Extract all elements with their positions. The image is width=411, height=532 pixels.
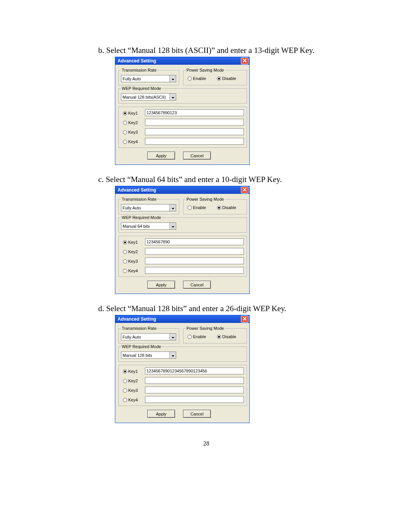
key2-label: Key2 — [128, 379, 138, 383]
power-saving-label: Power Saving Mode — [186, 326, 225, 331]
wep-mode-dropdown[interactable]: Manual 128 bits(ASCII) — [121, 93, 176, 101]
key2-label: Key2 — [128, 120, 138, 125]
key4-input[interactable] — [145, 396, 244, 403]
key2-input[interactable] — [145, 377, 244, 384]
power-enable-radio[interactable]: Enable — [188, 76, 206, 81]
power-disable-radio[interactable]: Disable — [217, 76, 236, 81]
key3-label: Key3 — [128, 388, 138, 393]
radio-icon — [188, 335, 192, 339]
key3-input[interactable] — [145, 128, 244, 135]
key3-radio[interactable]: Key3 — [123, 388, 138, 393]
radio-icon — [123, 379, 127, 383]
chevron-down-icon — [172, 224, 174, 228]
close-icon — [243, 188, 247, 192]
key2-radio[interactable]: Key2 — [123, 120, 138, 125]
titlebar[interactable]: Advanced Setting — [115, 57, 249, 65]
close-button[interactable] — [241, 316, 249, 323]
key4-input[interactable] — [145, 138, 244, 145]
radio-icon — [123, 259, 127, 264]
key1-input[interactable]: 1234567890 — [145, 238, 244, 245]
radio-icon — [217, 77, 221, 81]
close-button[interactable] — [241, 58, 249, 64]
dropdown-button[interactable] — [169, 223, 176, 229]
advanced-setting-dialog-b: Advanced Setting Transmission Rate Fully… — [115, 57, 250, 165]
power-enable-radio[interactable]: Enable — [188, 205, 206, 210]
key3-input[interactable] — [145, 387, 244, 393]
wep-mode-dropdown[interactable]: Manual 64 bits — [121, 222, 176, 230]
chevron-down-icon — [172, 335, 174, 339]
radio-icon — [217, 206, 221, 210]
apply-button[interactable]: Apply — [147, 410, 175, 418]
transmission-rate-value: Fully Auto — [121, 206, 169, 210]
key4-input[interactable] — [145, 267, 244, 274]
key1-input[interactable]: 12345678901234567890123456 — [145, 367, 244, 374]
key1-radio[interactable]: Key1 — [123, 369, 138, 374]
power-disable-radio[interactable]: Disable — [217, 334, 236, 339]
key3-label: Key3 — [128, 259, 138, 264]
dropdown-button[interactable] — [169, 352, 176, 358]
key4-radio[interactable]: Key4 — [123, 397, 138, 403]
key1-label: Key1 — [128, 369, 138, 374]
close-button[interactable] — [241, 187, 249, 193]
wep-mode-value: Manual 128 bits(ASCII) — [121, 95, 169, 99]
page-number: 28 — [203, 440, 209, 447]
radio-icon — [123, 130, 127, 134]
key1-value: 1234567890 — [147, 240, 170, 244]
transmission-rate-label: Transmission Rate — [121, 326, 157, 331]
dropdown-button[interactable] — [169, 204, 176, 211]
apply-button[interactable]: Apply — [147, 281, 175, 289]
window-title: Advanced Setting — [118, 316, 156, 322]
advanced-setting-dialog-c: Advanced Setting Transmission Rate Fully… — [115, 186, 250, 294]
radio-icon — [123, 140, 127, 144]
cancel-button[interactable]: Cancel — [183, 281, 211, 289]
key2-input[interactable] — [145, 248, 244, 255]
dialog-body: Transmission Rate Fully Auto Power Savin… — [115, 323, 249, 423]
cancel-label: Cancel — [190, 412, 203, 416]
transmission-rate-dropdown[interactable]: Fully Auto — [121, 204, 176, 211]
dialog-body: Transmission Rate Fully Auto Power Savin… — [115, 65, 249, 165]
key1-label: Key1 — [128, 240, 138, 244]
transmission-rate-label: Transmission Rate — [121, 197, 157, 201]
wep-mode-value: Manual 64 bits — [121, 224, 169, 228]
radio-icon — [188, 206, 192, 210]
transmission-rate-dropdown[interactable]: Fully Auto — [121, 333, 176, 340]
document-page: b. Select “Manual 128 bits (ASCII)” and … — [0, 0, 411, 532]
wep-mode-dropdown[interactable]: Manual 128 bits — [121, 351, 176, 359]
power-disable-label: Disable — [222, 205, 236, 210]
key1-input[interactable]: 1234567890123 — [145, 109, 244, 116]
key3-input[interactable] — [145, 257, 244, 264]
titlebar[interactable]: Advanced Setting — [115, 315, 249, 323]
cancel-button[interactable]: Cancel — [183, 410, 211, 418]
instruction-d: d. Select “Manual 128 bits” and enter a … — [98, 304, 286, 313]
key2-input[interactable] — [145, 119, 244, 126]
key2-radio[interactable]: Key2 — [123, 249, 138, 254]
power-enable-label: Enable — [193, 334, 206, 339]
apply-button[interactable]: Apply — [147, 152, 175, 160]
transmission-rate-value: Fully Auto — [121, 335, 169, 339]
key1-radio[interactable]: Key1 — [123, 110, 138, 116]
key3-radio[interactable]: Key3 — [123, 129, 138, 135]
radio-icon — [123, 111, 127, 115]
power-enable-label: Enable — [193, 76, 206, 81]
radio-icon — [123, 269, 127, 273]
key1-radio[interactable]: Key1 — [123, 240, 138, 245]
power-enable-radio[interactable]: Enable — [188, 334, 206, 339]
key4-radio[interactable]: Key4 — [123, 139, 138, 144]
chevron-down-icon — [172, 206, 174, 210]
power-enable-label: Enable — [193, 205, 206, 210]
dropdown-button[interactable] — [169, 94, 176, 100]
titlebar[interactable]: Advanced Setting — [115, 186, 249, 194]
dropdown-button[interactable] — [169, 334, 176, 340]
key2-radio[interactable]: Key2 — [123, 378, 138, 383]
key3-radio[interactable]: Key3 — [123, 259, 138, 264]
cancel-button[interactable]: Cancel — [183, 152, 211, 160]
power-disable-radio[interactable]: Disable — [217, 205, 236, 210]
radio-icon — [123, 240, 127, 244]
instruction-c: c. Select “Manual 64 bits” and enter a 1… — [98, 175, 282, 184]
key1-label: Key1 — [128, 111, 138, 115]
dropdown-button[interactable] — [169, 75, 176, 82]
apply-label: Apply — [156, 283, 167, 287]
key3-label: Key3 — [128, 130, 138, 134]
transmission-rate-dropdown[interactable]: Fully Auto — [121, 75, 176, 82]
key4-radio[interactable]: Key4 — [123, 268, 138, 273]
